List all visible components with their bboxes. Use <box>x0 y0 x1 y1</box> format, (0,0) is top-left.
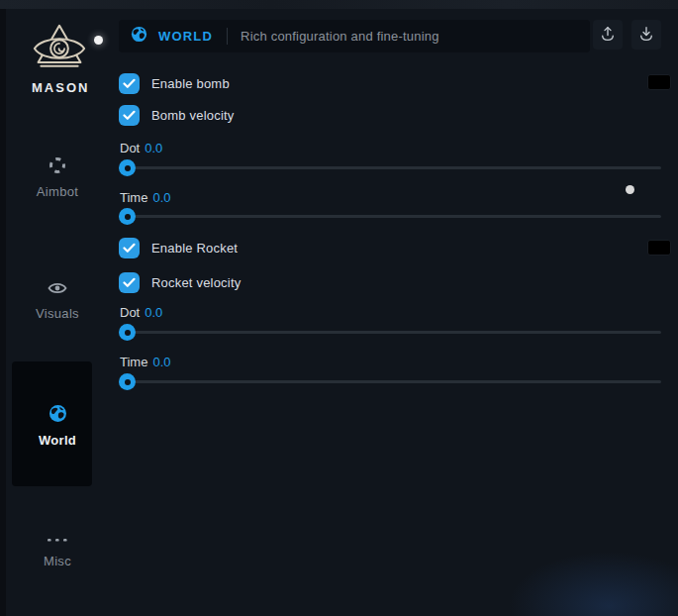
cheat-menu-window: MASON Aimbot Visuals <box>6 9 678 616</box>
download-config-button[interactable] <box>631 20 661 50</box>
upload-icon <box>599 25 617 46</box>
world-settings-panel: Enable bomb Bomb velocity Dot0.0 Time0.0 <box>119 52 678 616</box>
upload-config-button[interactable] <box>593 20 623 50</box>
slider-knob[interactable] <box>119 208 136 225</box>
checkbox-checked-icon[interactable] <box>119 238 140 258</box>
slider-label: Time0.0 <box>120 355 170 369</box>
rocket-dot-slider[interactable] <box>119 324 661 341</box>
mason-eye-logo-icon <box>32 23 87 76</box>
download-icon <box>637 25 655 46</box>
slider-track[interactable] <box>119 166 661 169</box>
checkbox-label: Rocket velocity <box>151 275 241 290</box>
slider-value: 0.0 <box>145 141 162 155</box>
checkbox-checked-icon[interactable] <box>119 105 140 126</box>
slider-knob[interactable] <box>119 373 136 390</box>
slider-knob[interactable] <box>119 324 136 341</box>
checkbox-checked-icon[interactable] <box>119 73 140 94</box>
game-backdrop-strip <box>0 0 678 9</box>
brand-logo: MASON <box>32 23 87 95</box>
bomb-dot-slider[interactable] <box>119 159 661 176</box>
bomb-velocity-checkbox-row[interactable]: Bomb velocity <box>119 105 235 126</box>
bomb-color-swatch[interactable] <box>647 74 671 90</box>
slider-name: Time <box>120 190 147 205</box>
enable-bomb-checkbox-row[interactable]: Enable bomb <box>119 73 230 94</box>
globe-icon <box>48 409 67 426</box>
slider-name: Time <box>120 355 147 369</box>
slider-value: 0.0 <box>152 190 170 205</box>
sidebar-item-label: Misc <box>6 554 109 568</box>
slider-track[interactable] <box>119 331 661 334</box>
slider-track[interactable] <box>119 215 661 218</box>
crosshair-icon <box>48 160 66 177</box>
page-subtitle: Rich configuration and fine-tuning <box>241 29 438 44</box>
sidebar-item-label: World <box>6 433 109 448</box>
slider-value: 0.0 <box>152 355 170 369</box>
brand-name: MASON <box>32 80 87 95</box>
checkbox-label: Enable Rocket <box>151 241 238 256</box>
sidebar-item-label: Visuals <box>6 306 109 321</box>
sidebar-item-label: Aimbot <box>6 184 109 199</box>
sidebar-item-world[interactable]: World <box>6 404 109 448</box>
slider-name: Dot <box>120 141 140 155</box>
rocket-velocity-checkbox-row[interactable]: Rocket velocity <box>119 272 241 293</box>
slider-label: Dot0.0 <box>120 141 162 155</box>
indicator-dot <box>94 36 103 45</box>
sidebar-item-misc[interactable]: Misc <box>6 530 109 568</box>
sidebar: MASON Aimbot Visuals <box>6 9 113 616</box>
slider-name: Dot <box>120 305 140 320</box>
globe-icon <box>131 26 147 47</box>
checkbox-checked-icon[interactable] <box>119 272 140 293</box>
ellipsis-icon <box>47 530 68 547</box>
cursor-dot <box>626 185 634 194</box>
header-divider <box>227 28 228 45</box>
slider-value: 0.0 <box>145 305 162 320</box>
sidebar-item-aimbot[interactable]: Aimbot <box>6 156 109 199</box>
bomb-time-slider[interactable] <box>119 208 661 225</box>
eye-icon <box>48 282 67 299</box>
background-glow <box>500 547 678 616</box>
page-title: WORLD <box>158 29 213 44</box>
checkbox-label: Enable bomb <box>151 76 230 91</box>
checkbox-label: Bomb velocity <box>151 108 235 123</box>
slider-knob[interactable] <box>119 159 136 176</box>
sidebar-item-visuals[interactable]: Visuals <box>6 280 109 321</box>
slider-label: Dot0.0 <box>120 305 162 320</box>
slider-label: Time0.0 <box>120 190 170 205</box>
rocket-time-slider[interactable] <box>119 373 661 390</box>
page-header: WORLD Rich configuration and fine-tuning <box>119 20 590 52</box>
screen: MASON Aimbot Visuals <box>0 0 678 616</box>
slider-track[interactable] <box>119 380 661 383</box>
rocket-color-swatch[interactable] <box>647 240 671 256</box>
enable-rocket-checkbox-row[interactable]: Enable Rocket <box>119 238 238 258</box>
